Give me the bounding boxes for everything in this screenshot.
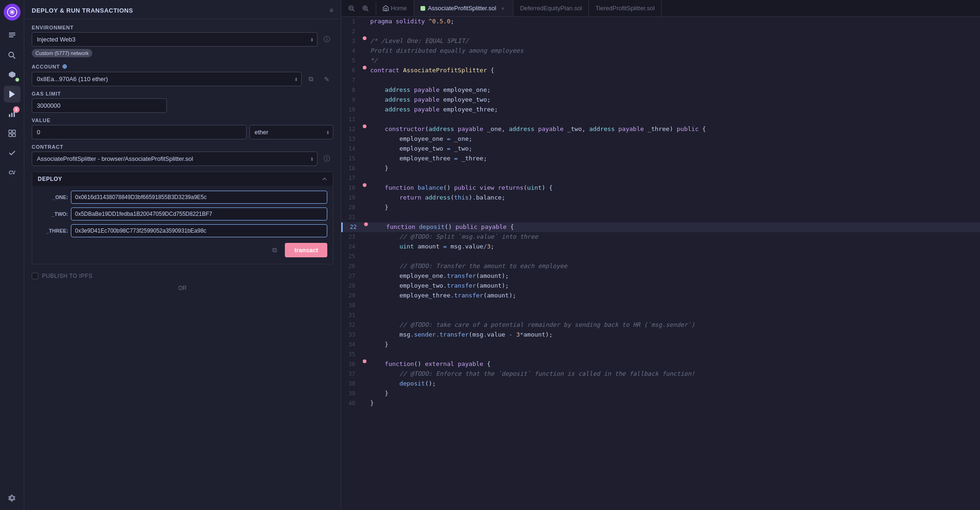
sidebar-item-code-quality[interactable]: CV bbox=[4, 164, 21, 181]
sidebar: 3 CV bbox=[0, 0, 24, 510]
value-field: VALUE wei gwei finney ether ⬍ bbox=[32, 117, 333, 139]
unit-select[interactable]: wei gwei finney ether bbox=[249, 125, 333, 139]
tab-associate-profit-splitter[interactable]: AssociateProfitSplitter.sol × bbox=[414, 0, 514, 16]
contract-info-icon[interactable]: ⓘ bbox=[320, 152, 333, 165]
sidebar-item-file-explorer[interactable] bbox=[4, 27, 21, 44]
code-line-6: 6 contract AssociateProfitSplitter { bbox=[341, 66, 980, 76]
code-line-22: 22 function deposit() public payable { bbox=[341, 222, 980, 232]
param-two-input[interactable] bbox=[71, 207, 327, 221]
publish-row: PUBLISH TO IPFS bbox=[24, 269, 341, 283]
sidebar-item-plugin-manager[interactable] bbox=[4, 125, 21, 142]
account-select[interactable]: 0x8Ea...970A6 (110 ether) bbox=[32, 72, 302, 86]
publish-ipfs-checkbox[interactable] bbox=[32, 273, 38, 279]
code-line-1: 1 pragma solidity ^0.5.0; bbox=[341, 17, 980, 27]
contract-select[interactable]: AssociateProfitSplitter - browser/Associ… bbox=[32, 152, 317, 166]
sidebar-item-deploy-run[interactable] bbox=[4, 86, 21, 103]
contract-label: CONTRACT bbox=[32, 144, 333, 150]
value-row: wei gwei finney ether ⬍ bbox=[32, 125, 333, 139]
code-line-11: 11 bbox=[341, 115, 980, 124]
sidebar-item-settings[interactable] bbox=[4, 489, 21, 506]
gas-limit-input[interactable] bbox=[32, 98, 167, 113]
param-two-label: _TWO: bbox=[38, 211, 68, 217]
svg-line-21 bbox=[367, 9, 369, 11]
value-input-wrapper bbox=[32, 125, 247, 139]
deploy-collapse-icon bbox=[322, 176, 327, 182]
tab-associate-close-icon[interactable]: × bbox=[499, 5, 506, 12]
code-line-40: 40 } bbox=[341, 399, 980, 408]
breakpoint-22 bbox=[364, 222, 368, 226]
tab-tiered-label: TieredProfitSplitter.sol bbox=[595, 5, 655, 12]
account-copy-icon[interactable]: ⧉ bbox=[304, 73, 317, 86]
environment-field: ENVIRONMENT Injected Web3 ⬍ ⓘ Custom (57… bbox=[32, 25, 333, 58]
code-line-17: 17 bbox=[341, 173, 980, 183]
zoom-in-icon[interactable] bbox=[359, 2, 372, 15]
value-input[interactable] bbox=[32, 125, 247, 139]
sidebar-item-solidity-compiler[interactable] bbox=[4, 66, 21, 83]
code-line-3: 3 /* /Level One: EQUAL SPLIT/ bbox=[341, 36, 980, 46]
code-line-25: 25 bbox=[341, 252, 980, 262]
tab-home[interactable]: Home bbox=[376, 0, 414, 16]
svg-rect-9 bbox=[9, 114, 10, 117]
code-line-20: 20 } bbox=[341, 203, 980, 213]
svg-point-5 bbox=[9, 52, 14, 57]
param-three-label: _THREE: bbox=[38, 228, 68, 234]
remix-logo[interactable] bbox=[4, 4, 21, 21]
tab-associate-label: AssociateProfitSplitter.sol bbox=[428, 5, 497, 12]
code-line-15: 15 employee_three = _three; bbox=[341, 154, 980, 164]
sidebar-item-analytics[interactable]: 3 bbox=[4, 105, 21, 122]
sidebar-item-search[interactable] bbox=[4, 47, 21, 63]
code-line-10: 10 address payable employee_three; bbox=[341, 105, 980, 115]
code-line-36: 36 function() external payable { bbox=[341, 359, 980, 369]
or-divider: OR bbox=[24, 283, 341, 293]
deploy-section: DEPLOY _ONE: _TWO: _THREE: ⧉ transact bbox=[32, 172, 333, 264]
gas-limit-field: GAS LIMIT bbox=[32, 91, 333, 113]
tab-deferred-equity[interactable]: DeferredEquityPlan.sol bbox=[513, 0, 589, 16]
code-line-21: 21 bbox=[341, 213, 980, 222]
svg-point-16 bbox=[11, 497, 13, 499]
transact-button[interactable]: transact bbox=[285, 243, 327, 257]
panel-menu-icon[interactable]: ≡ bbox=[330, 7, 333, 14]
panel-title: DEPLOY & RUN TRANSACTIONS bbox=[32, 7, 133, 14]
transact-copy-icon[interactable]: ⧉ bbox=[268, 244, 281, 257]
editor-panel: Home AssociateProfitSplitter.sol × Defer… bbox=[341, 0, 980, 510]
account-label: ACCOUNT ⊕ bbox=[32, 63, 333, 70]
environment-select[interactable]: Injected Web3 bbox=[32, 32, 317, 47]
gas-limit-label: GAS LIMIT bbox=[32, 91, 333, 96]
code-line-19: 19 return address(this).balance; bbox=[341, 193, 980, 203]
svg-rect-12 bbox=[9, 130, 12, 133]
analytics-badge: 3 bbox=[13, 106, 20, 113]
account-edit-icon[interactable]: ✎ bbox=[320, 73, 333, 86]
deploy-body: _ONE: _TWO: _THREE: ⧉ transact bbox=[32, 186, 333, 264]
deploy-title: DEPLOY bbox=[38, 176, 62, 182]
sidebar-item-unit-testing[interactable] bbox=[4, 145, 21, 161]
code-line-28: 28 employee_two.transfer(amount); bbox=[341, 281, 980, 291]
contract-select-wrapper: AssociateProfitSplitter - browser/Associ… bbox=[32, 152, 317, 166]
deploy-header[interactable]: DEPLOY bbox=[32, 172, 333, 186]
environment-info-icon[interactable]: ⓘ bbox=[320, 33, 333, 46]
zoom-out-icon[interactable] bbox=[345, 2, 358, 15]
code-line-24: 24 uint amount = msg.value/3; bbox=[341, 242, 980, 252]
param-one-label: _ONE: bbox=[38, 194, 68, 200]
tab-tiered-profit-splitter[interactable]: TieredProfitSplitter.sol bbox=[589, 0, 662, 16]
breakpoint-36 bbox=[363, 359, 366, 363]
svg-rect-14 bbox=[9, 134, 12, 137]
svg-rect-2 bbox=[9, 33, 15, 34]
code-line-37: 37 // @TODO: Enforce that the `deposit` … bbox=[341, 369, 980, 379]
breakpoint-3 bbox=[363, 36, 366, 40]
publish-ipfs-label: PUBLISH TO IPFS bbox=[42, 273, 92, 279]
code-editor[interactable]: 1 pragma solidity ^0.5.0; 2 3 /* /Level … bbox=[341, 17, 980, 510]
svg-rect-3 bbox=[9, 34, 15, 35]
svg-rect-4 bbox=[9, 36, 14, 37]
panel-fields: ENVIRONMENT Injected Web3 ⬍ ⓘ Custom (57… bbox=[24, 19, 341, 172]
code-line-29: 29 employee_three.transfer(amount); bbox=[341, 291, 980, 301]
code-line-39: 39 } bbox=[341, 389, 980, 399]
param-three-input[interactable] bbox=[71, 224, 327, 237]
network-badge-wrapper: Custom (5777) network bbox=[32, 48, 333, 58]
code-line-7: 7 bbox=[341, 76, 980, 85]
code-line-13: 13 employee_one = _one; bbox=[341, 134, 980, 144]
contract-field: CONTRACT AssociateProfitSplitter - brows… bbox=[32, 144, 333, 166]
param-one-input[interactable] bbox=[71, 191, 327, 204]
code-line-31: 31 bbox=[341, 310, 980, 320]
svg-rect-25 bbox=[385, 8, 387, 11]
account-add-icon[interactable]: ⊕ bbox=[62, 63, 68, 70]
